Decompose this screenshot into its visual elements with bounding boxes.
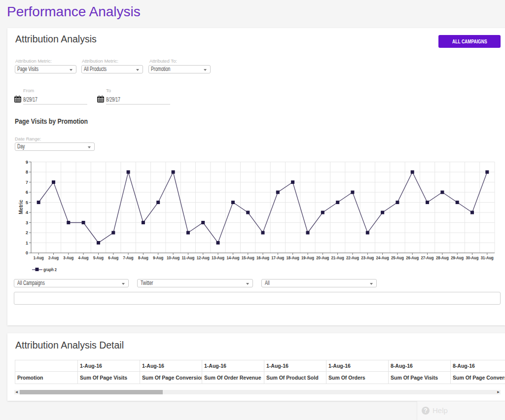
svg-text:25-Aug: 25-Aug xyxy=(391,255,404,260)
svg-text:12-Aug: 12-Aug xyxy=(197,255,210,260)
svg-text:24-Aug: 24-Aug xyxy=(376,255,389,260)
svg-text:19-Aug: 19-Aug xyxy=(301,255,314,260)
svg-text:7: 7 xyxy=(26,180,28,185)
svg-text:23-Aug: 23-Aug xyxy=(361,255,374,260)
svg-text:31-Aug: 31-Aug xyxy=(481,255,494,260)
svg-text:3: 3 xyxy=(26,220,28,225)
svg-text:3-Aug: 3-Aug xyxy=(63,255,73,260)
svg-text:0: 0 xyxy=(26,250,28,255)
svg-text:29-Aug: 29-Aug xyxy=(451,255,464,260)
svg-text:14-Aug: 14-Aug xyxy=(226,255,239,260)
svg-text:30-Aug: 30-Aug xyxy=(466,255,479,260)
svg-text:16-Aug: 16-Aug xyxy=(256,255,269,260)
svg-text:7-Aug: 7-Aug xyxy=(123,255,134,260)
svg-text:8: 8 xyxy=(26,170,28,175)
svg-text:1-Aug: 1-Aug xyxy=(34,255,44,260)
svg-text:5: 5 xyxy=(26,200,28,205)
svg-text:1: 1 xyxy=(26,241,28,245)
svg-text:26-Aug: 26-Aug xyxy=(406,255,419,260)
svg-text:27-Aug: 27-Aug xyxy=(421,255,434,260)
svg-text:8-Aug: 8-Aug xyxy=(138,255,148,260)
svg-text:6: 6 xyxy=(26,190,28,195)
svg-text:22-Aug: 22-Aug xyxy=(346,255,359,260)
svg-text:18-Aug: 18-Aug xyxy=(287,255,299,260)
svg-text:6-Aug: 6-Aug xyxy=(108,255,118,260)
svg-text:13-Aug: 13-Aug xyxy=(212,255,224,260)
svg-text:11-Aug: 11-Aug xyxy=(181,255,194,260)
svg-text:21-Aug: 21-Aug xyxy=(331,255,344,260)
svg-text:9-Aug: 9-Aug xyxy=(153,255,163,260)
svg-text:20-Aug: 20-Aug xyxy=(316,255,329,260)
svg-text:28-Aug: 28-Aug xyxy=(436,255,449,260)
svg-text:2: 2 xyxy=(26,230,28,235)
svg-text:5-Aug: 5-Aug xyxy=(93,255,104,260)
svg-text:4-Aug: 4-Aug xyxy=(78,255,89,260)
svg-text:9: 9 xyxy=(26,160,28,165)
svg-text:4: 4 xyxy=(26,210,28,215)
svg-text:17-Aug: 17-Aug xyxy=(271,255,284,260)
svg-text:Metric: Metric xyxy=(18,200,24,214)
svg-text:15-Aug: 15-Aug xyxy=(242,255,254,260)
svg-text:2-Aug: 2-Aug xyxy=(48,255,59,260)
svg-text:graph 2: graph 2 xyxy=(43,267,57,272)
svg-text:10-Aug: 10-Aug xyxy=(167,255,180,260)
